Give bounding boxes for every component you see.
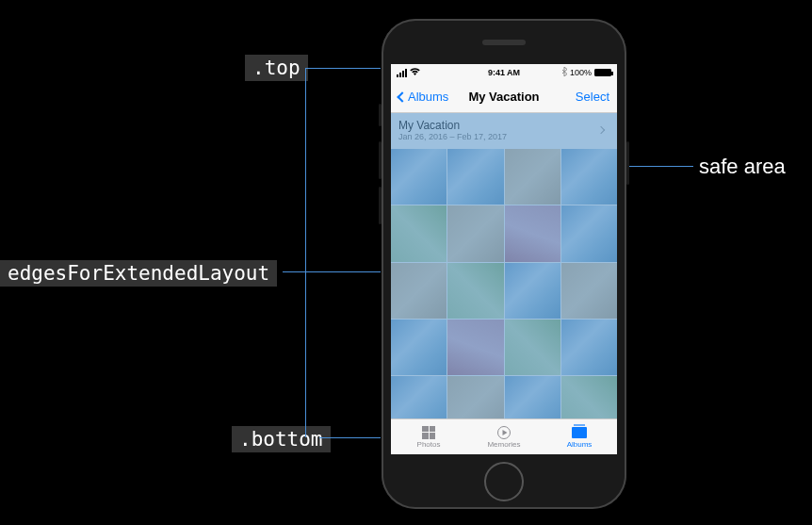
photo-thumb[interactable] bbox=[505, 149, 560, 205]
photo-thumb[interactable] bbox=[391, 376, 447, 418]
iphone-frame: 9:41 AM 100% Albums My Vacation Select M… bbox=[382, 19, 626, 509]
photo-thumb[interactable] bbox=[391, 149, 447, 205]
annotation-top-label: .top bbox=[245, 55, 308, 81]
volume-down-btn bbox=[379, 187, 382, 224]
photos-icon bbox=[420, 426, 437, 439]
photo-thumb[interactable] bbox=[505, 205, 560, 261]
tab-bar: Photos Memories Albums bbox=[391, 418, 617, 454]
albums-icon bbox=[571, 426, 588, 439]
photo-thumb[interactable] bbox=[391, 320, 447, 375]
tab-label: Memories bbox=[487, 440, 520, 449]
photo-thumb[interactable] bbox=[447, 320, 503, 375]
photo-thumb[interactable] bbox=[391, 205, 447, 261]
photo-thumb[interactable] bbox=[447, 263, 503, 319]
chevron-right-icon bbox=[597, 126, 605, 134]
pointer-edges-line bbox=[283, 271, 382, 272]
tab-photos[interactable]: Photos bbox=[391, 419, 466, 454]
signal-icon bbox=[397, 69, 407, 77]
select-button[interactable]: Select bbox=[576, 90, 609, 104]
photo-grid bbox=[391, 149, 617, 418]
pointer-top-line bbox=[306, 68, 382, 69]
photo-thumb[interactable] bbox=[561, 263, 617, 319]
battery-icon bbox=[594, 69, 611, 76]
photo-thumb[interactable] bbox=[447, 149, 503, 205]
photo-thumb[interactable] bbox=[561, 205, 617, 261]
pointer-safearea-line bbox=[622, 166, 693, 167]
photo-thumb[interactable] bbox=[561, 376, 617, 418]
tab-label: Photos bbox=[417, 440, 441, 449]
pointer-vertical-join bbox=[305, 68, 306, 437]
nav-bar: Albums My Vacation Select bbox=[391, 81, 617, 113]
photo-thumb[interactable] bbox=[505, 263, 560, 319]
photo-thumb[interactable] bbox=[561, 149, 617, 205]
battery-pct: 100% bbox=[570, 68, 592, 77]
power-btn bbox=[626, 141, 629, 185]
photo-thumb[interactable] bbox=[505, 376, 560, 418]
photo-thumb[interactable] bbox=[447, 376, 503, 418]
pointer-bottom-line bbox=[319, 437, 382, 438]
tab-albums[interactable]: Albums bbox=[542, 419, 617, 454]
home-button[interactable] bbox=[484, 462, 524, 501]
annotation-edges-label: edgesForExtendedLayout bbox=[0, 260, 277, 287]
screen: 9:41 AM 100% Albums My Vacation Select M… bbox=[391, 64, 617, 454]
annotation-bottom-label: .bottom bbox=[232, 426, 331, 452]
photo-thumb[interactable] bbox=[447, 205, 503, 261]
photo-thumb[interactable] bbox=[505, 320, 560, 375]
volume-up-btn bbox=[379, 141, 382, 179]
photo-thumb[interactable] bbox=[561, 320, 617, 375]
section-subtitle: Jan 26, 2016 – Feb 17, 2017 bbox=[398, 132, 507, 141]
annotation-safearea-label: safe area bbox=[699, 155, 786, 179]
tab-memories[interactable]: Memories bbox=[466, 419, 542, 454]
bluetooth-icon bbox=[561, 67, 567, 78]
wifi-icon bbox=[410, 68, 420, 77]
section-title: My Vacation bbox=[398, 119, 507, 132]
content-area: My Vacation Jan 26, 2016 – Feb 17, 2017 bbox=[391, 113, 617, 418]
photo-thumb[interactable] bbox=[391, 263, 447, 319]
mute-switch bbox=[379, 104, 382, 126]
memories-icon bbox=[495, 426, 512, 439]
section-header[interactable]: My Vacation Jan 26, 2016 – Feb 17, 2017 bbox=[391, 113, 617, 149]
tab-label: Albums bbox=[567, 440, 593, 449]
status-bar: 9:41 AM 100% bbox=[391, 64, 617, 81]
